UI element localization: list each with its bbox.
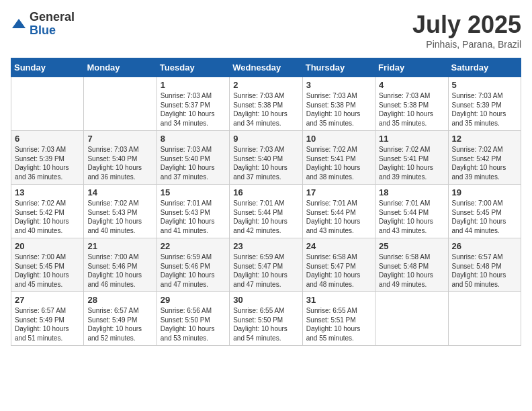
calendar-cell: 5Sunrise: 7:03 AM Sunset: 5:39 PM Daylig… xyxy=(448,77,521,131)
calendar-cell: 1Sunrise: 7:03 AM Sunset: 5:37 PM Daylig… xyxy=(157,77,229,131)
day-number: 5 xyxy=(452,80,517,90)
calendar-cell: 23Sunrise: 6:59 AM Sunset: 5:47 PM Dayli… xyxy=(230,238,302,292)
day-info: Sunrise: 7:01 AM Sunset: 5:44 PM Dayligh… xyxy=(306,199,371,235)
logo-general: General xyxy=(30,11,75,24)
day-info: Sunrise: 6:55 AM Sunset: 5:50 PM Dayligh… xyxy=(233,306,298,342)
calendar-cell: 19Sunrise: 7:00 AM Sunset: 5:45 PM Dayli… xyxy=(448,185,521,238)
svg-marker-0 xyxy=(12,19,26,28)
calendar-week-2: 6Sunrise: 7:03 AM Sunset: 5:39 PM Daylig… xyxy=(11,131,521,185)
day-info: Sunrise: 7:01 AM Sunset: 5:43 PM Dayligh… xyxy=(161,199,226,235)
calendar-cell: 11Sunrise: 7:02 AM Sunset: 5:41 PM Dayli… xyxy=(375,131,448,185)
page-header: General Blue July 2025 Pinhais, Parana, … xyxy=(11,11,521,50)
title-block: July 2025 Pinhais, Parana, Brazil xyxy=(412,11,521,50)
day-number: 13 xyxy=(15,187,80,197)
logo-blue: Blue xyxy=(30,24,75,38)
calendar-cell xyxy=(448,292,521,346)
calendar-cell: 18Sunrise: 7:01 AM Sunset: 5:44 PM Dayli… xyxy=(375,185,448,238)
day-number: 4 xyxy=(379,80,444,90)
day-info: Sunrise: 6:56 AM Sunset: 5:50 PM Dayligh… xyxy=(161,306,226,342)
day-number: 2 xyxy=(233,80,298,90)
day-info: Sunrise: 6:57 AM Sunset: 5:49 PM Dayligh… xyxy=(15,306,80,342)
day-number: 14 xyxy=(87,187,152,197)
calendar-cell: 15Sunrise: 7:01 AM Sunset: 5:43 PM Dayli… xyxy=(157,185,229,238)
day-number: 26 xyxy=(452,241,517,251)
day-info: Sunrise: 7:03 AM Sunset: 5:40 PM Dayligh… xyxy=(233,145,298,181)
day-info: Sunrise: 6:58 AM Sunset: 5:47 PM Dayligh… xyxy=(306,253,371,289)
day-info: Sunrise: 7:03 AM Sunset: 5:39 PM Dayligh… xyxy=(452,91,517,128)
day-header-thursday: Thursday xyxy=(302,58,375,77)
calendar-cell: 31Sunrise: 6:55 AM Sunset: 5:51 PM Dayli… xyxy=(302,292,375,346)
day-number: 1 xyxy=(161,80,226,90)
calendar-cell: 7Sunrise: 7:03 AM Sunset: 5:40 PM Daylig… xyxy=(84,131,157,185)
day-info: Sunrise: 7:01 AM Sunset: 5:44 PM Dayligh… xyxy=(379,199,444,235)
calendar-cell: 17Sunrise: 7:01 AM Sunset: 5:44 PM Dayli… xyxy=(302,185,375,238)
calendar-week-4: 20Sunrise: 7:00 AM Sunset: 5:45 PM Dayli… xyxy=(11,238,521,292)
day-number: 6 xyxy=(15,134,80,144)
logo: General Blue xyxy=(11,11,75,38)
day-info: Sunrise: 7:02 AM Sunset: 5:42 PM Dayligh… xyxy=(452,145,517,181)
calendar-cell: 4Sunrise: 7:03 AM Sunset: 5:38 PM Daylig… xyxy=(375,77,448,131)
day-number: 20 xyxy=(15,241,80,251)
calendar-cell: 28Sunrise: 6:57 AM Sunset: 5:49 PM Dayli… xyxy=(84,292,157,346)
day-header-monday: Monday xyxy=(84,58,157,77)
calendar-header-row: SundayMondayTuesdayWednesdayThursdayFrid… xyxy=(11,58,521,77)
day-number: 27 xyxy=(15,295,80,305)
day-info: Sunrise: 7:03 AM Sunset: 5:40 PM Dayligh… xyxy=(87,145,152,181)
day-number: 30 xyxy=(233,295,298,305)
day-header-tuesday: Tuesday xyxy=(157,58,229,77)
day-info: Sunrise: 7:02 AM Sunset: 5:41 PM Dayligh… xyxy=(379,145,444,181)
day-number: 17 xyxy=(306,187,371,197)
day-number: 10 xyxy=(306,134,371,144)
day-info: Sunrise: 7:02 AM Sunset: 5:42 PM Dayligh… xyxy=(15,199,80,235)
day-number: 11 xyxy=(379,134,444,144)
logo-icon xyxy=(11,16,27,32)
day-info: Sunrise: 7:02 AM Sunset: 5:41 PM Dayligh… xyxy=(306,145,371,181)
day-info: Sunrise: 7:01 AM Sunset: 5:44 PM Dayligh… xyxy=(233,199,298,235)
calendar-cell: 24Sunrise: 6:58 AM Sunset: 5:47 PM Dayli… xyxy=(302,238,375,292)
day-number: 16 xyxy=(233,187,298,197)
day-info: Sunrise: 7:00 AM Sunset: 5:46 PM Dayligh… xyxy=(87,253,152,289)
day-number: 3 xyxy=(306,80,371,90)
day-info: Sunrise: 6:59 AM Sunset: 5:46 PM Dayligh… xyxy=(161,253,226,289)
calendar-cell: 8Sunrise: 7:03 AM Sunset: 5:40 PM Daylig… xyxy=(157,131,229,185)
day-number: 19 xyxy=(452,187,517,197)
calendar-cell: 26Sunrise: 6:57 AM Sunset: 5:48 PM Dayli… xyxy=(448,238,521,292)
calendar-cell: 30Sunrise: 6:55 AM Sunset: 5:50 PM Dayli… xyxy=(230,292,302,346)
calendar-cell: 2Sunrise: 7:03 AM Sunset: 5:38 PM Daylig… xyxy=(230,77,302,131)
day-number: 18 xyxy=(379,187,444,197)
calendar-week-5: 27Sunrise: 6:57 AM Sunset: 5:49 PM Dayli… xyxy=(11,292,521,346)
calendar-week-3: 13Sunrise: 7:02 AM Sunset: 5:42 PM Dayli… xyxy=(11,185,521,238)
day-info: Sunrise: 7:03 AM Sunset: 5:38 PM Dayligh… xyxy=(379,91,444,128)
day-number: 23 xyxy=(233,241,298,251)
month-title: July 2025 xyxy=(412,11,521,39)
calendar-cell: 3Sunrise: 7:03 AM Sunset: 5:38 PM Daylig… xyxy=(302,77,375,131)
day-number: 9 xyxy=(233,134,298,144)
day-number: 7 xyxy=(87,134,152,144)
day-info: Sunrise: 7:03 AM Sunset: 5:40 PM Dayligh… xyxy=(161,145,226,181)
day-info: Sunrise: 6:58 AM Sunset: 5:48 PM Dayligh… xyxy=(379,253,444,289)
calendar-cell: 21Sunrise: 7:00 AM Sunset: 5:46 PM Dayli… xyxy=(84,238,157,292)
calendar-week-1: 1Sunrise: 7:03 AM Sunset: 5:37 PM Daylig… xyxy=(11,77,521,131)
calendar-cell: 16Sunrise: 7:01 AM Sunset: 5:44 PM Dayli… xyxy=(230,185,302,238)
day-info: Sunrise: 7:00 AM Sunset: 5:45 PM Dayligh… xyxy=(452,199,517,235)
day-info: Sunrise: 6:57 AM Sunset: 5:48 PM Dayligh… xyxy=(452,253,517,289)
day-info: Sunrise: 7:03 AM Sunset: 5:37 PM Dayligh… xyxy=(161,91,226,128)
calendar-cell: 12Sunrise: 7:02 AM Sunset: 5:42 PM Dayli… xyxy=(448,131,521,185)
calendar-cell: 20Sunrise: 7:00 AM Sunset: 5:45 PM Dayli… xyxy=(11,238,84,292)
day-header-friday: Friday xyxy=(375,58,448,77)
day-info: Sunrise: 6:55 AM Sunset: 5:51 PM Dayligh… xyxy=(306,306,371,342)
calendar-cell: 22Sunrise: 6:59 AM Sunset: 5:46 PM Dayli… xyxy=(157,238,229,292)
day-number: 29 xyxy=(161,295,226,305)
calendar-cell xyxy=(375,292,448,346)
day-info: Sunrise: 7:03 AM Sunset: 5:38 PM Dayligh… xyxy=(306,91,371,128)
day-number: 25 xyxy=(379,241,444,251)
calendar-cell: 10Sunrise: 7:02 AM Sunset: 5:41 PM Dayli… xyxy=(302,131,375,185)
calendar-cell xyxy=(84,77,157,131)
location-subtitle: Pinhais, Parana, Brazil xyxy=(412,39,521,50)
day-info: Sunrise: 6:57 AM Sunset: 5:49 PM Dayligh… xyxy=(87,306,152,342)
calendar-cell: 13Sunrise: 7:02 AM Sunset: 5:42 PM Dayli… xyxy=(11,185,84,238)
day-info: Sunrise: 7:00 AM Sunset: 5:45 PM Dayligh… xyxy=(15,253,80,289)
calendar-table: SundayMondayTuesdayWednesdayThursdayFrid… xyxy=(11,58,521,346)
day-number: 8 xyxy=(161,134,226,144)
day-header-wednesday: Wednesday xyxy=(230,58,302,77)
